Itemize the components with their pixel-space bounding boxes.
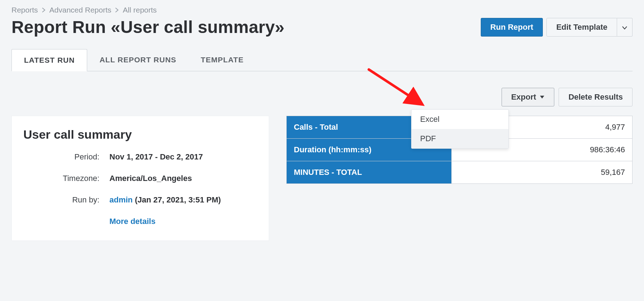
export-option-pdf[interactable]: PDF: [412, 129, 508, 148]
breadcrumb-item-reports[interactable]: Reports: [11, 6, 38, 14]
table-row: MINUTES - TOTAL 59,167: [287, 161, 633, 184]
edit-template-button[interactable]: Edit Template: [546, 18, 617, 37]
page-title: Report Run «User call summary»: [11, 17, 285, 37]
chevron-right-icon: [115, 8, 119, 13]
summary-runby-user[interactable]: admin: [109, 195, 133, 204]
tab-template[interactable]: TEMPLATE: [189, 49, 256, 71]
export-dropdown-menu: Excel PDF: [411, 109, 509, 149]
summary-timezone-label: Timezone:: [23, 174, 109, 183]
run-report-button[interactable]: Run Report: [481, 18, 543, 37]
summary-period-value: Nov 1, 2017 - Dec 2, 2017: [109, 152, 257, 162]
breadcrumb: Reports Advanced Reports All reports: [11, 6, 633, 14]
metric-value: 59,167: [452, 161, 633, 184]
export-button[interactable]: Export: [502, 88, 555, 106]
caret-down-icon: [622, 23, 627, 32]
summary-period-label: Period:: [23, 152, 109, 162]
summary-card: User call summary Period: Nov 1, 2017 - …: [11, 116, 269, 241]
tabs: LATEST RUN ALL REPORT RUNS TEMPLATE: [11, 49, 633, 71]
svg-marker-0: [540, 96, 544, 99]
metric-label: MINUTES - TOTAL: [287, 161, 452, 184]
tab-latest-run[interactable]: LATEST RUN: [11, 49, 87, 71]
delete-results-button[interactable]: Delete Results: [559, 88, 633, 106]
summary-runby-label: Run by:: [23, 195, 109, 205]
tab-all-runs[interactable]: ALL REPORT RUNS: [87, 49, 188, 71]
summary-timezone-value: America/Los_Angeles: [109, 174, 257, 183]
more-details-link[interactable]: More details: [109, 217, 257, 226]
breadcrumb-item-allreports[interactable]: All reports: [123, 6, 157, 14]
results-actions-bar: Export Delete Results Excel PDF: [11, 88, 633, 106]
export-button-label: Export: [511, 92, 536, 102]
export-option-excel[interactable]: Excel: [412, 110, 508, 129]
caret-down-icon: [540, 95, 545, 99]
edit-template-split: Edit Template: [546, 18, 633, 37]
summary-runby-value: admin (Jan 27, 2021, 3:51 PM): [109, 195, 257, 205]
edit-template-dropdown[interactable]: [617, 18, 633, 37]
chevron-right-icon: [42, 8, 46, 13]
header-actions: Run Report Edit Template: [481, 18, 633, 37]
summary-runby-time: (Jan 27, 2021, 3:51 PM): [135, 195, 221, 204]
breadcrumb-item-advanced[interactable]: Advanced Reports: [50, 6, 112, 14]
summary-title: User call summary: [23, 128, 257, 142]
